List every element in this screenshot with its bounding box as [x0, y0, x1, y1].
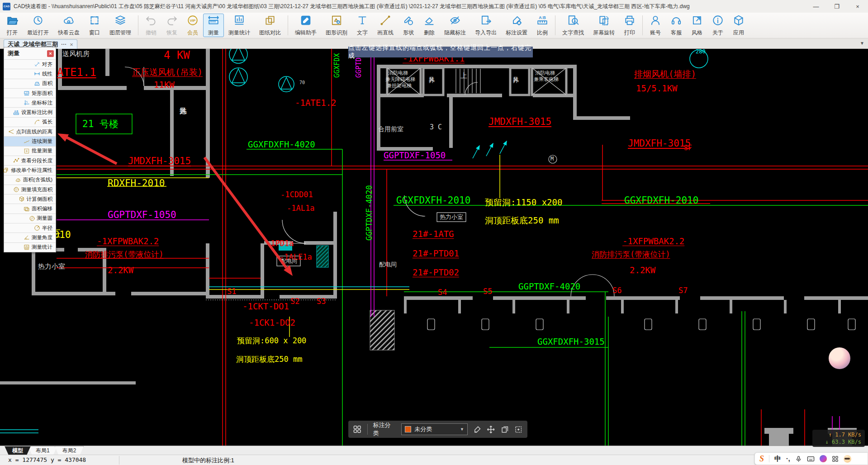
layout-tab-布局1[interactable]: 布局1: [28, 446, 57, 455]
cad-label: 排烟风机(墙排): [634, 70, 696, 79]
toolbar-person-button[interactable]: 账号: [645, 14, 666, 37]
measure-item-p-rect-area[interactable]: 矩形面积: [4, 88, 56, 98]
tab-list-dropdown-icon[interactable]: ▼: [860, 41, 864, 46]
toolbar-info-button[interactable]: 关于: [707, 14, 728, 37]
measure-item-p-area[interactable]: 面积: [4, 79, 56, 88]
toolbar-eye-off-button[interactable]: 隐藏标注: [440, 14, 470, 37]
edit-annotation-icon[interactable]: [473, 425, 482, 434]
toolbar-compare-button[interactable]: 图纸对比: [255, 14, 285, 37]
measure-item-p-arc[interactable]: 弧长: [4, 117, 56, 127]
toolbar-headset-button[interactable]: 客服: [666, 14, 687, 37]
toolbar-style-button[interactable]: 风格: [687, 14, 707, 37]
style-icon: [691, 14, 703, 28]
toolbar-window-button[interactable]: 窗口: [84, 14, 105, 37]
p-arc-icon: [34, 119, 40, 125]
toolbar-button-label: 测量统计: [228, 29, 250, 37]
measure-item-p-coord[interactable]: 坐标标注: [4, 98, 56, 107]
measure-item-p-batch[interactable]: 批量测量: [4, 146, 56, 156]
toolbar-button-label: 文字: [357, 29, 368, 37]
microphone-icon[interactable]: [795, 456, 802, 462]
measure-item-p-continuous[interactable]: 连续测量: [4, 136, 56, 146]
sogou-logo-icon[interactable]: S: [759, 454, 764, 464]
tab-more-icon[interactable]: ···: [61, 41, 66, 47]
measure-item-p-angle[interactable]: 测量角度: [4, 232, 56, 242]
measure-item-p-side-area[interactable]: 计算侧面积: [4, 194, 56, 204]
keyboard-icon[interactable]: [807, 456, 815, 462]
cad-canvas[interactable]: 4 KW送风机房正压送风机(吊装)11KWATE1.121 号楼送风井-1ATE…: [0, 49, 868, 446]
layout-tab-模型[interactable]: 模型: [5, 446, 31, 455]
toolbar-anno-set-button[interactable]: 标注设置: [501, 14, 532, 37]
toolbar-stats-button[interactable]: 测量统计: [224, 14, 255, 37]
menu-grid-icon[interactable]: [832, 456, 839, 462]
measure-panel-close-icon[interactable]: ×: [47, 50, 54, 57]
p-area-icon: [34, 81, 40, 87]
toolbar-ruler-button[interactable]: 测量: [203, 14, 224, 37]
person-icon: [650, 14, 661, 28]
toolbar-vip-button[interactable]: VIP会员: [182, 14, 203, 37]
measure-item-p-align[interactable]: 对齐: [4, 59, 56, 69]
tab-close-icon[interactable]: ×: [70, 41, 73, 48]
toolbar-shape-recog-button[interactable]: 图形识别: [321, 14, 352, 37]
chinese-mode-icon[interactable]: 中: [774, 455, 781, 463]
p-radius-icon: [34, 225, 40, 231]
measure-item-stats[interactable]: 测量统计: [4, 242, 56, 252]
toolbar-folder-button[interactable]: 打开: [2, 14, 23, 37]
measure-item-p-radius[interactable]: 半径: [4, 223, 56, 232]
layout-tab-布局2[interactable]: 布局2: [55, 446, 84, 455]
cube-icon: [733, 14, 745, 28]
toolbar-find-button[interactable]: A文字查找: [558, 14, 588, 37]
measure-item-label: 查看分段长度: [21, 157, 52, 164]
redo-icon: [166, 14, 178, 28]
toolbar-cube-button[interactable]: 应用: [728, 14, 749, 37]
toolbar-separator: [642, 15, 643, 35]
toolbar-clock-button[interactable]: 最近打开: [23, 14, 53, 37]
stats-icon: [233, 14, 245, 28]
measure-item-p-fill-area[interactable]: 测量填充面积: [4, 185, 56, 194]
measure-item-p-area-arc[interactable]: 面积(含弧线): [4, 175, 56, 185]
punctuation-icon[interactable]: ·,: [786, 455, 790, 462]
emoji-icon[interactable]: [844, 455, 851, 463]
measure-item-p-modify[interactable]: 修改单个标注属性: [4, 165, 56, 175]
cad-label: S4: [438, 289, 447, 297]
toolbar-line-button[interactable]: 画直线: [373, 14, 398, 37]
copy-icon[interactable]: [501, 425, 509, 434]
toolbar-edit-assist-button[interactable]: 编辑助手: [290, 14, 321, 37]
cad-label: S2: [290, 298, 299, 306]
measure-item-p-point-line[interactable]: 点到直线的距离: [4, 127, 56, 136]
category-label: 标注分类: [373, 421, 396, 437]
category-selected-value: 未分类: [414, 425, 457, 433]
close-button[interactable]: ×: [847, 0, 868, 13]
measure-item-p-offset[interactable]: 面积偏移: [4, 204, 56, 213]
toolbar-cloud-button[interactable]: 快看云盘: [53, 14, 84, 37]
cad-label: GGXFDXFH-2010: [624, 195, 698, 205]
toolbar-separator: [555, 15, 555, 35]
measure-item-p-linear[interactable]: 线性: [4, 69, 56, 78]
category-grid-icon[interactable]: [353, 425, 362, 434]
measure-item-p-segment[interactable]: 查看分段长度: [4, 156, 56, 165]
toolbar-button-label: 比例: [537, 29, 548, 37]
maximize-button[interactable]: ❐: [826, 0, 847, 13]
toolbar-print-button[interactable]: 打印: [619, 14, 640, 37]
toolbar-shapes-button[interactable]: 形状: [398, 14, 419, 37]
toolbar-layers-button[interactable]: 图层管理: [105, 14, 136, 37]
measure-item-scale-ab[interactable]: A:B设置标注比例: [4, 107, 56, 117]
minimize-button[interactable]: —: [806, 0, 826, 13]
toolbar-rotate-button[interactable]: 屏幕旋转: [588, 14, 619, 37]
svg-text:A:B: A:B: [14, 110, 19, 112]
move-icon[interactable]: [487, 425, 495, 434]
box-select-icon[interactable]: [514, 425, 523, 434]
skin-icon[interactable]: [820, 455, 827, 462]
avatar[interactable]: [829, 347, 850, 369]
toolbar-text-t-button[interactable]: 文字: [352, 14, 373, 37]
cad-label: 兼乘客电梯: [534, 77, 559, 82]
measure-item-label: 线性: [42, 71, 52, 77]
measure-item-p-circle[interactable]: 测量圆: [4, 214, 56, 223]
undo-icon: [145, 14, 157, 28]
toolbar-scale-ab-button[interactable]: A:B比例: [532, 14, 553, 37]
toolbar-imexport-button[interactable]: 导入导出: [470, 14, 501, 37]
cad-label: 配电间: [379, 261, 397, 268]
category-dropdown[interactable]: 未分类 ▼: [401, 423, 468, 435]
cad-label: S3: [317, 298, 326, 306]
toolbar-eraser-button[interactable]: 删除: [419, 14, 440, 37]
cad-label: ATE1.1: [57, 67, 96, 78]
